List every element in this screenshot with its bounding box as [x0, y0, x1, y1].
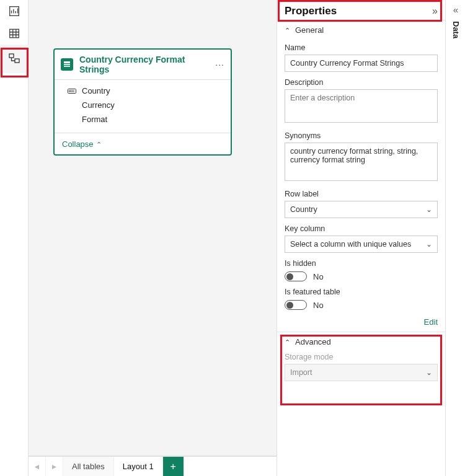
svg-rect-3: [15, 59, 19, 63]
svg-rect-1: [10, 29, 19, 38]
description-input[interactable]: [285, 89, 438, 123]
model-icon: [8, 53, 20, 65]
data-rail-label: Data: [451, 21, 461, 38]
key-field-icon: [67, 88, 77, 94]
field-row[interactable]: Country: [62, 84, 223, 98]
report-view-button[interactable]: [0, 0, 29, 22]
layout-tabs: ◄ ► All tables Layout 1 +: [29, 456, 277, 476]
card-title: Country Currency Format Strings: [79, 55, 209, 74]
ishidden-toggle[interactable]: [285, 271, 307, 281]
advanced-section-container: Advanced Storage mode Import ⌄: [277, 332, 445, 385]
name-input[interactable]: [285, 55, 438, 72]
isfeatured-label: Is featured table: [285, 288, 438, 296]
left-nav-rail: [0, 0, 29, 476]
table-icon: [9, 28, 20, 39]
rowlabel-value: Country: [290, 205, 317, 214]
card-fields: Country Currency Format: [55, 80, 231, 133]
synonyms-input[interactable]: [285, 143, 438, 181]
ishidden-label: Is hidden: [285, 259, 438, 268]
svg-rect-2: [9, 54, 14, 58]
field-row[interactable]: Currency: [62, 98, 223, 112]
properties-pane: Properties » General Name Description Sy…: [277, 0, 445, 476]
description-label: Description: [285, 78, 438, 87]
properties-title: Properties: [285, 5, 337, 17]
chevron-down-icon: ⌄: [426, 240, 432, 249]
rowlabel-select[interactable]: Country ⌄: [285, 201, 438, 218]
collapse-properties-button[interactable]: »: [432, 6, 438, 17]
section-title: Advanced: [295, 337, 331, 346]
svg-rect-6: [64, 66, 70, 67]
chevron-up-icon: [285, 337, 290, 346]
keycolumn-select[interactable]: Select a column with unique values ⌄: [285, 236, 438, 253]
field-name: Format: [82, 115, 107, 124]
storagemode-select: Import ⌄: [285, 364, 438, 381]
svg-rect-4: [64, 61, 70, 63]
report-icon: [9, 6, 20, 17]
table-card[interactable]: Country Currency Format Strings ··· Coun…: [53, 48, 232, 156]
chevron-down-icon: ⌄: [426, 368, 432, 377]
card-more-button[interactable]: ···: [215, 60, 224, 69]
chevron-down-icon: ⌄: [426, 205, 432, 214]
name-label: Name: [285, 43, 438, 52]
tab-next-button[interactable]: ►: [46, 457, 63, 476]
data-rail: « Data: [445, 0, 465, 476]
isfeatured-state: No: [313, 301, 324, 310]
rowlabel-label: Row label: [285, 190, 438, 198]
ishidden-state: No: [313, 272, 324, 281]
tab-layout-1[interactable]: Layout 1: [114, 457, 163, 476]
general-section-toggle[interactable]: General: [277, 20, 445, 37]
data-view-button[interactable]: [0, 22, 29, 45]
properties-header: Properties »: [277, 0, 445, 20]
table-header-icon: [61, 58, 73, 71]
model-view-button[interactable]: [0, 45, 29, 73]
isfeatured-toggle[interactable]: [285, 300, 307, 310]
expand-data-button[interactable]: «: [446, 0, 465, 19]
keycolumn-label: Key column: [285, 224, 438, 233]
field-name: Currency: [82, 100, 115, 110]
synonyms-label: Synonyms: [285, 131, 438, 140]
chevron-up-icon: [96, 139, 102, 149]
edit-link[interactable]: Edit: [277, 314, 445, 332]
svg-rect-5: [64, 64, 70, 65]
field-name: Country: [82, 86, 110, 95]
collapse-link[interactable]: Collapse: [62, 139, 102, 149]
tab-prev-button[interactable]: ◄: [29, 457, 46, 476]
chevron-up-icon: [285, 25, 290, 35]
section-title: General: [295, 25, 324, 35]
field-row[interactable]: Format: [62, 112, 223, 126]
card-header[interactable]: Country Currency Format Strings ···: [55, 50, 231, 80]
general-section: Name Description Synonyms Row label Coun…: [277, 43, 445, 314]
storagemode-value: Import: [290, 368, 312, 377]
add-layout-button[interactable]: +: [163, 457, 184, 476]
advanced-section-toggle[interactable]: Advanced: [277, 332, 445, 349]
storagemode-label: Storage mode: [285, 353, 438, 361]
keycolumn-value: Select a column with unique values: [290, 240, 411, 249]
svg-point-8: [69, 90, 71, 92]
tab-all-tables[interactable]: All tables: [63, 457, 114, 476]
